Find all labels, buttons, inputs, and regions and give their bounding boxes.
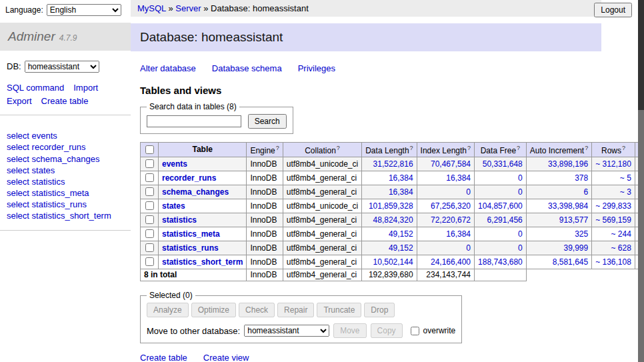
row-checkbox[interactable] (145, 229, 154, 238)
repair-button[interactable]: Repair (277, 303, 314, 317)
auto-increment-cell[interactable]: 33,398,984 (548, 201, 588, 211)
row-checkbox[interactable] (145, 201, 154, 210)
help-icon[interactable]: ? (622, 145, 625, 151)
row-checkbox[interactable] (145, 173, 154, 182)
help-icon[interactable]: ? (585, 145, 588, 151)
auto-increment-cell[interactable]: 378 (575, 173, 588, 183)
index-length-cell[interactable]: 0 (466, 243, 471, 253)
data-free-cell[interactable]: 188,743,680 (478, 257, 523, 267)
data-free-cell[interactable]: 0 (518, 187, 523, 197)
auto-increment-cell[interactable]: 8,581,645 (553, 257, 588, 267)
privileges-link[interactable]: Privileges (298, 63, 335, 73)
table-name-link-statistics[interactable]: statistics (162, 215, 197, 225)
select-all-checkbox[interactable] (145, 145, 154, 154)
sidebar-table-link-select-statistics-runs[interactable]: select statistics_runs (7, 199, 87, 209)
overwrite-checkbox[interactable] (411, 327, 419, 335)
index-length-cell[interactable]: 16,384 (446, 229, 471, 239)
data-free-cell[interactable]: 0 (518, 229, 523, 239)
logout-button[interactable]: Logout (594, 3, 632, 17)
sidebar-link-import[interactable]: Import (73, 81, 98, 95)
database-schema-link[interactable]: Database schema (212, 63, 282, 73)
create-view-link[interactable]: Create view (203, 353, 249, 362)
table-name-link-statistics-short-term[interactable]: statistics_short_term (162, 257, 243, 267)
data-length-cell[interactable]: 16,384 (389, 187, 413, 197)
optimize-button[interactable]: Optimize (191, 303, 236, 317)
rows-cell[interactable]: ~ 569,159 (595, 215, 631, 225)
index-length-cell[interactable]: 70,467,584 (431, 159, 471, 169)
table-name-link-recorder-runs[interactable]: recorder_runs (162, 173, 216, 183)
rows-cell[interactable]: ~ 244 (611, 229, 631, 239)
language-select[interactable]: English (47, 4, 121, 16)
auto-increment-cell[interactable]: 6 (583, 187, 588, 197)
index-length-cell[interactable]: 0 (466, 187, 471, 197)
help-icon[interactable]: ? (410, 145, 413, 151)
move-database-select[interactable]: homeassistant (244, 325, 329, 337)
help-icon[interactable]: ? (517, 145, 520, 151)
auto-increment-cell[interactable]: 33,898,196 (548, 159, 588, 169)
sidebar-link-create-table[interactable]: Create table (41, 95, 89, 108)
index-length-cell[interactable]: 67,256,320 (431, 201, 471, 211)
rows-cell[interactable]: ~ 299,833 (595, 201, 631, 211)
sidebar-table-link-select-states[interactable]: select states (7, 165, 55, 175)
alter-database-link[interactable]: Alter database (140, 63, 196, 73)
move-button[interactable]: Move (333, 323, 366, 338)
data-length-cell[interactable]: 101,859,328 (369, 201, 413, 211)
help-icon[interactable]: ? (337, 145, 340, 151)
data-length-cell[interactable]: 49,152 (389, 243, 413, 253)
drop-button[interactable]: Drop (364, 303, 395, 317)
data-length-cell[interactable]: 16,384 (389, 173, 413, 183)
help-icon[interactable]: ? (467, 145, 471, 151)
rows-cell[interactable]: ~ 3 (620, 187, 631, 197)
sidebar-link-export[interactable]: Export (7, 95, 32, 108)
check-button[interactable]: Check (239, 303, 275, 317)
index-length-cell[interactable]: 24,166,400 (431, 257, 471, 267)
scrollbar-thumb[interactable] (638, 0, 644, 110)
table-name-link-schema-changes[interactable]: schema_changes (162, 187, 229, 197)
analyze-button[interactable]: Analyze (147, 303, 189, 317)
row-checkbox[interactable] (145, 215, 154, 224)
sidebar-table-link-select-statistics-meta[interactable]: select statistics_meta (7, 188, 89, 198)
breadcrumb-link-server[interactable]: Server (175, 3, 201, 13)
create-table-link[interactable]: Create table (140, 353, 187, 362)
truncate-button[interactable]: Truncate (317, 303, 361, 317)
sidebar-table-link-select-schema-changes[interactable]: select schema_changes (7, 154, 99, 164)
data-free-cell[interactable]: 0 (518, 243, 523, 253)
index-length-cell[interactable]: 72,220,672 (431, 215, 471, 225)
data-length-cell[interactable]: 49,152 (389, 229, 413, 239)
db-select[interactable]: homeassistant (25, 61, 99, 73)
table-name-link-statistics-meta[interactable]: statistics_meta (162, 229, 220, 239)
search-button[interactable]: Search (248, 114, 287, 129)
rows-cell[interactable]: ~ 312,180 (595, 159, 631, 169)
data-free-cell[interactable]: 50,331,648 (483, 159, 523, 169)
sidebar-table-link-select-statistics[interactable]: select statistics (7, 177, 65, 187)
auto-increment-cell[interactable]: 39,999 (563, 243, 588, 253)
row-checkbox[interactable] (145, 243, 154, 252)
row-checkbox[interactable] (145, 257, 154, 266)
copy-button[interactable]: Copy (371, 323, 403, 338)
sidebar-table-link-select-events[interactable]: select events (7, 131, 57, 141)
auto-increment-cell[interactable]: 913,577 (559, 215, 588, 225)
index-length-cell[interactable]: 16,384 (446, 173, 471, 183)
row-checkbox[interactable] (145, 159, 154, 168)
search-input[interactable] (147, 115, 241, 127)
help-icon[interactable]: ? (276, 145, 279, 151)
sidebar-table-link-select-statistics-short-term[interactable]: select statistics_short_term (7, 211, 111, 221)
breadcrumb-link-mysql[interactable]: MySQL (137, 3, 166, 13)
rows-cell[interactable]: ~ 136,108 (595, 257, 631, 267)
vertical-scrollbar[interactable] (638, 0, 644, 362)
sidebar-link-sql-command[interactable]: SQL command (7, 81, 64, 95)
table-name-link-states[interactable]: states (162, 201, 185, 211)
auto-increment-cell[interactable]: 325 (575, 229, 588, 239)
data-length-cell[interactable]: 31,522,816 (373, 159, 413, 169)
data-free-cell[interactable]: 104,857,600 (478, 201, 523, 211)
data-free-cell[interactable]: 6,291,456 (487, 215, 522, 225)
table-name-link-events[interactable]: events (162, 159, 187, 169)
sidebar-table-link-select-recorder-runs[interactable]: select recorder_runs (7, 142, 86, 152)
rows-cell[interactable]: ~ 628 (611, 243, 631, 253)
data-length-cell[interactable]: 48,824,320 (373, 215, 413, 225)
table-name-link-statistics-runs[interactable]: statistics_runs (162, 243, 219, 253)
data-length-cell[interactable]: 10,502,144 (373, 257, 413, 267)
data-free-cell[interactable]: 0 (518, 173, 523, 183)
rows-cell[interactable]: ~ 5 (620, 173, 631, 183)
row-checkbox[interactable] (145, 187, 154, 196)
